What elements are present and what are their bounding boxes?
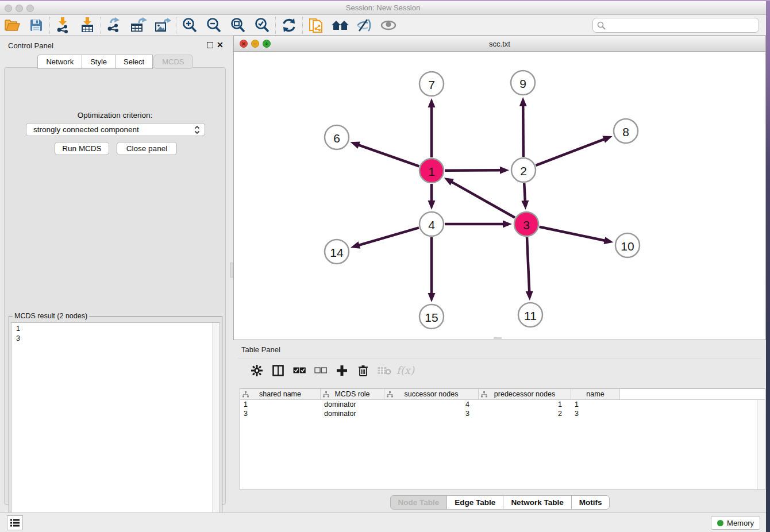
export-table-icon[interactable] — [126, 16, 151, 34]
close-panel-icon[interactable]: ✕ — [217, 40, 224, 49]
table-body: 1dominator4113dominator323 — [240, 400, 765, 418]
run-mcds-button[interactable]: Run MCDS — [55, 142, 109, 155]
search-icon — [597, 21, 606, 30]
column-header-shared-name[interactable]: shared name — [240, 389, 321, 399]
network-titlebar[interactable]: ✕ − + scc.txt — [234, 36, 765, 52]
graph-node-label-8: 8 — [622, 125, 629, 138]
show-column-layout-icon[interactable] — [267, 361, 288, 380]
graph-node-label-11: 11 — [524, 309, 537, 322]
graph-edge-4-14[interactable] — [357, 228, 418, 245]
select-all-columns-icon[interactable] — [288, 361, 310, 380]
graph-node-label-3: 3 — [523, 218, 530, 232]
zoom-fit-icon[interactable] — [226, 16, 250, 34]
search-input[interactable] — [609, 21, 759, 30]
graph-edge-arrowhead — [428, 98, 436, 107]
graph-edge-3-11[interactable] — [527, 237, 529, 293]
table-cell[interactable]: 3 — [240, 409, 321, 418]
open-session-icon[interactable] — [0, 16, 24, 34]
graph-edge-3-1[interactable] — [451, 182, 515, 218]
tab-network[interactable]: Network — [37, 55, 82, 69]
column-header-successor-nodes[interactable]: successor nodes — [384, 389, 479, 399]
network-graph[interactable]: 7968124314101511 — [234, 52, 765, 340]
graph-edge-3-10[interactable] — [540, 227, 606, 241]
attribute-tree-icon — [387, 391, 393, 398]
import-table-icon[interactable] — [75, 16, 99, 34]
zoom-out-icon[interactable] — [202, 16, 226, 34]
desktop-background — [0, 0, 770, 1]
graph-node-label-1: 1 — [428, 165, 435, 178]
application-window: Session: New Session — [0, 0, 770, 532]
tab-select[interactable]: Select — [115, 55, 153, 69]
tab-style[interactable]: Style — [82, 55, 116, 69]
add-column-icon[interactable] — [331, 361, 352, 380]
table-cell[interactable]: 3 — [384, 409, 479, 418]
task-history-button[interactable] — [7, 515, 23, 530]
tab-motifs[interactable]: Motifs — [571, 495, 610, 510]
search-field[interactable] — [592, 18, 759, 33]
graph-edge-1-6[interactable] — [357, 145, 419, 167]
graph-edge-2-3[interactable] — [524, 183, 525, 202]
import-network-icon[interactable] — [51, 16, 75, 34]
first-neighbors-icon[interactable] — [304, 16, 328, 34]
table-cell[interactable]: dominator — [321, 409, 384, 418]
table-cell[interactable]: 2 — [479, 409, 571, 418]
save-session-icon[interactable] — [24, 16, 48, 34]
list-icon — [10, 519, 20, 527]
table-cell[interactable]: 3 — [571, 409, 620, 418]
mcds-tab-content: Optimization criterion: strongly connect… — [4, 67, 226, 505]
tab-mcds[interactable]: MCDS — [153, 55, 192, 69]
float-panel-icon[interactable] — [207, 42, 213, 48]
column-header-predecessor-nodes[interactable]: predecessor nodes — [479, 389, 571, 399]
result-scrollbar[interactable] — [212, 323, 220, 526]
delete-columns-icon[interactable] — [352, 361, 374, 380]
close-panel-button[interactable]: Close panel — [117, 142, 177, 155]
status-bar: Memory — [0, 512, 766, 532]
canvas-resize-grip[interactable] — [494, 337, 502, 339]
mcds-result-fieldset: MCDS result (2 nodes) 13 — [9, 312, 222, 529]
export-network-icon[interactable] — [102, 16, 126, 34]
graph-edge-2-9[interactable] — [523, 105, 523, 157]
column-header-name[interactable]: name — [571, 389, 620, 399]
graph-edge-arrowhead — [351, 241, 360, 248]
apply-function-icon: f(x) — [395, 361, 416, 380]
table-settings-icon[interactable] — [246, 361, 267, 380]
network-title: scc.txt — [234, 40, 765, 48]
table-cell[interactable]: 1 — [571, 400, 620, 409]
graph-node-label-6: 6 — [333, 132, 340, 145]
graph-edge-2-8[interactable] — [536, 139, 605, 165]
export-image-icon[interactable] — [151, 16, 175, 34]
mcds-result-line: 1 — [16, 324, 220, 334]
table-cell[interactable]: 1 — [240, 400, 321, 409]
network-view-window: ✕ − + scc.txt 7968124314101511 — [233, 36, 766, 340]
table-cell[interactable]: 4 — [384, 400, 479, 409]
show-all-networks-icon[interactable] — [328, 16, 352, 34]
tab-node-table[interactable]: Node Table — [390, 495, 448, 510]
tab-edge-table[interactable]: Edge Table — [446, 495, 503, 510]
mcds-result-list[interactable]: 13 — [11, 322, 220, 526]
unselect-all-columns-icon[interactable] — [310, 361, 331, 380]
table-cell[interactable]: 1 — [479, 400, 571, 409]
zoom-selected-icon[interactable] — [250, 16, 274, 34]
graph-node-label-15: 15 — [425, 311, 438, 324]
zoom-in-icon[interactable] — [178, 16, 202, 34]
table-cell[interactable]: dominator — [321, 400, 384, 409]
show-hidden-eye-icon[interactable] — [376, 16, 401, 34]
table-scrollbar[interactable] — [757, 400, 765, 489]
graph-node-label-10: 10 — [621, 240, 634, 253]
column-header-MCDS-role[interactable]: MCDS role — [321, 389, 384, 399]
tab-network-table[interactable]: Network Table — [503, 495, 571, 510]
attribute-tree-icon — [323, 391, 329, 398]
memory-button[interactable]: Memory — [711, 516, 760, 530]
desktop-background — [766, 0, 770, 532]
table-row[interactable]: 3dominator323 — [240, 409, 765, 418]
graph-edge-1-2[interactable] — [445, 170, 502, 171]
optimization-criterion-dropdown[interactable]: strongly connected component — [26, 123, 205, 136]
network-canvas[interactable]: 7968124314101511 — [234, 52, 765, 340]
table-row[interactable]: 1dominator411 — [240, 400, 765, 409]
apply-layout-refresh-icon[interactable] — [277, 16, 301, 34]
table-panel-title: Table Panel — [241, 345, 280, 354]
hide-selected-icon[interactable] — [352, 16, 376, 34]
graph-node-label-4: 4 — [428, 218, 435, 232]
mcds-result-legend: MCDS result (2 nodes) — [13, 312, 89, 320]
graph-edge-arrowhead — [503, 221, 512, 228]
